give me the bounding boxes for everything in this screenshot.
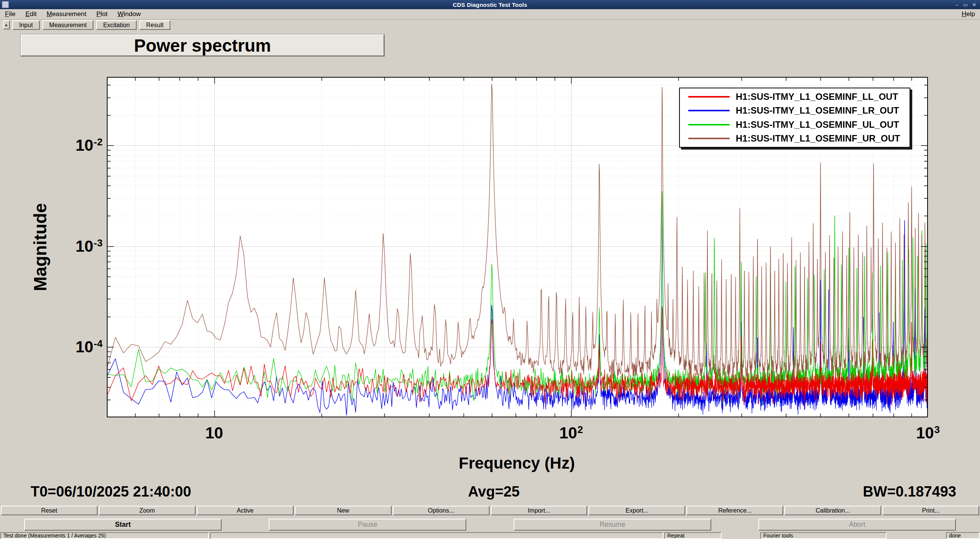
abort-button: Abort: [758, 519, 956, 531]
reference-button[interactable]: Reference...: [686, 506, 783, 515]
import-button[interactable]: Import...: [491, 506, 588, 515]
plot-title: Power spectrum: [134, 35, 271, 56]
new-button[interactable]: New: [295, 506, 392, 515]
reset-button[interactable]: Reset: [1, 506, 98, 515]
legend-entry: H1:SUS-ITMY_L1_OSEMINF_LR_OUT: [680, 104, 910, 117]
legend-line-sample-green: [688, 124, 730, 125]
menu-edit[interactable]: Edit: [20, 9, 41, 19]
tab-bar: ▸ Input Measurement Excitation Result: [0, 20, 980, 31]
tab-measurement[interactable]: Measurement: [42, 20, 94, 30]
options-button[interactable]: Options...: [393, 506, 490, 515]
measurement-controls: Start Pause Resume Abort: [0, 519, 980, 531]
menu-bar: File Edit Measurement Plot Window Help: [0, 9, 980, 20]
legend-line-sample-blue: [688, 110, 730, 111]
maximize-button[interactable]: ▭: [962, 1, 969, 8]
tab-result[interactable]: Result: [139, 20, 170, 30]
x-axis-title: Frequency (Hz): [459, 454, 575, 472]
status-bar: Test done (Measurements 1 / Averages 25)…: [0, 532, 980, 539]
menu-window[interactable]: Window: [113, 9, 145, 19]
plot-title-box: Power spectrum: [21, 34, 384, 56]
menu-measurement[interactable]: Measurement: [42, 9, 91, 19]
tab-input[interactable]: Input: [12, 20, 40, 30]
active-button[interactable]: Active: [197, 506, 294, 515]
result-toolbar: Reset Zoom Active New Options... Import.…: [0, 506, 980, 515]
status-repeat: Repeat: [664, 532, 722, 539]
window-title: CDS Diagnostic Test Tools: [0, 2, 980, 8]
resume-button: Resume: [514, 519, 711, 531]
menu-plot[interactable]: Plot: [91, 9, 113, 19]
print-button[interactable]: Print...: [882, 506, 979, 515]
legend-label: H1:SUS-ITMY_L1_OSEMINF_UL_OUT: [736, 119, 899, 130]
legend-entry: H1:SUS-ITMY_L1_OSEMINF_UL_OUT: [680, 118, 910, 131]
legend-entry: H1:SUS-ITMY_L1_OSEMINF_UR_OUT: [680, 132, 910, 145]
status-measurement-type: Fourier tools: [760, 532, 887, 539]
title-bar: CDS Diagnostic Test Tools – ▭ ✕: [0, 0, 980, 9]
status-done: done: [946, 532, 980, 539]
t0-annotation: T0=06/10/2025 21:40:00: [31, 484, 191, 500]
y-tick-label: 10-4: [38, 337, 103, 359]
minimize-button[interactable]: –: [953, 1, 960, 8]
start-button[interactable]: Start: [24, 519, 222, 531]
bw-annotation: BW=0.187493: [863, 484, 956, 500]
plot-legend: H1:SUS-ITMY_L1_OSEMINF_LL_OUT H1:SUS-ITM…: [679, 88, 910, 148]
zoom-button[interactable]: Zoom: [99, 506, 196, 515]
legend-line-sample-brown: [688, 138, 730, 139]
x-tick-label: 102: [559, 423, 583, 445]
legend-label: H1:SUS-ITMY_L1_OSEMINF_LL_OUT: [736, 91, 898, 102]
legend-label: H1:SUS-ITMY_L1_OSEMINF_UR_OUT: [736, 133, 900, 144]
pause-button: Pause: [269, 519, 466, 531]
tab-strip-handle[interactable]: ▸: [3, 20, 10, 29]
legend-label: H1:SUS-ITMY_L1_OSEMINF_LR_OUT: [736, 105, 899, 116]
export-button[interactable]: Export...: [588, 506, 685, 515]
legend-line-sample-red: [688, 96, 730, 98]
x-tick-label: 10: [205, 423, 224, 445]
status-message: Test done (Measurements 1 / Averages 25): [0, 532, 209, 539]
y-tick-label: 10-2: [38, 135, 103, 157]
avg-annotation: Avg=25: [468, 484, 520, 500]
status-spacer: [210, 532, 663, 539]
menu-help[interactable]: Help: [957, 9, 980, 19]
tab-excitation[interactable]: Excitation: [96, 20, 136, 30]
menu-file[interactable]: File: [0, 9, 20, 19]
y-tick-label: 10-3: [38, 236, 103, 258]
legend-entry: H1:SUS-ITMY_L1_OSEMINF_LL_OUT: [680, 90, 910, 103]
calibration-button[interactable]: Calibration...: [784, 506, 881, 515]
close-button[interactable]: ✕: [971, 1, 978, 8]
application-window: CDS Diagnostic Test Tools – ▭ ✕ File Edi…: [0, 0, 980, 539]
x-tick-label: 103: [916, 423, 940, 445]
